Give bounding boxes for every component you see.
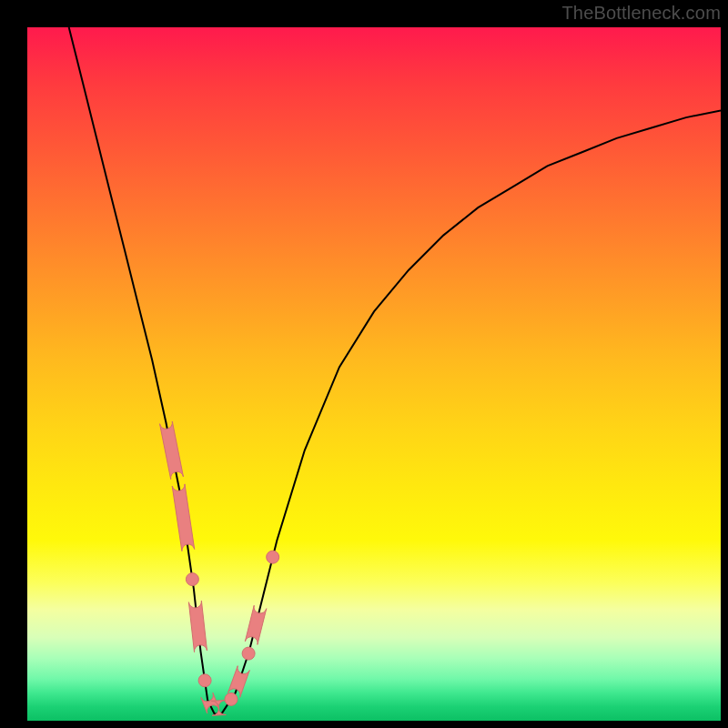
data-point-pill — [172, 484, 195, 551]
plot-area — [27, 27, 721, 721]
data-point — [242, 647, 255, 660]
data-point — [267, 551, 279, 563]
data-point-pill — [160, 421, 184, 480]
chart-frame: TheBottleneck.com — [0, 0, 728, 728]
watermark-text: TheBottleneck.com — [561, 3, 721, 24]
chart-overlay — [27, 27, 721, 721]
data-point — [225, 693, 238, 705]
data-point — [198, 674, 211, 687]
data-point-pill — [245, 605, 267, 644]
data-point-pill — [188, 601, 207, 652]
bottleneck-curve — [69, 27, 721, 713]
data-point — [186, 573, 198, 586]
data-markers — [160, 421, 279, 715]
